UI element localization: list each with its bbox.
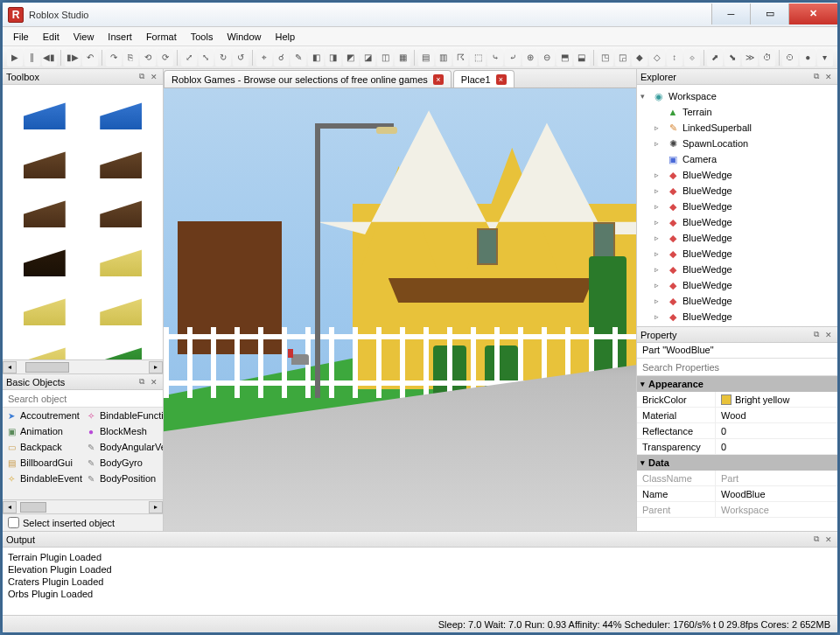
property-row[interactable]: ParentWorkspace (637, 502, 837, 518)
toolbar-button[interactable]: ☌ (274, 49, 290, 66)
toolbar-button[interactable]: ⬚ (470, 49, 486, 66)
basic-object-item[interactable]: ➤Accoutrement (3, 408, 82, 423)
toolbar-button[interactable]: ≫ (742, 49, 758, 66)
toolbar-button[interactable]: ⤷ (487, 49, 503, 66)
toolbar-button[interactable]: ▤ (418, 49, 434, 66)
menu-help[interactable]: Help (269, 29, 303, 45)
toolbar-button[interactable]: ⎘ (123, 49, 139, 66)
basic-object-item[interactable]: ✧BindableFunction (82, 408, 163, 423)
toolbox-item[interactable] (85, 90, 158, 136)
basic-object-item[interactable]: ●BlockMesh (82, 423, 163, 439)
toolbar-button[interactable]: ↶ (82, 49, 98, 66)
property-group-header[interactable]: ▾Data (637, 455, 837, 471)
toolbar-button[interactable]: ⟐ (684, 49, 700, 66)
toolbar-button[interactable]: ▮▶ (65, 49, 80, 66)
tree-node[interactable]: ▹◆BlueWedge (640, 214, 834, 230)
menu-insert[interactable]: Insert (101, 29, 139, 45)
toolbar-button[interactable]: ◇ (649, 49, 665, 66)
toolbox-item[interactable] (85, 139, 158, 185)
property-row[interactable]: NameWoodBlue (637, 486, 837, 502)
tree-node[interactable]: ▹◆BlueWedge (640, 230, 834, 246)
toolbar-button[interactable]: ↻ (215, 49, 231, 66)
basic-object-item[interactable]: ✎BodyAngularVelocity (82, 439, 163, 455)
toolbar-button[interactable]: ◨ (326, 49, 341, 66)
toolbox-item[interactable] (85, 335, 158, 359)
basic-hscroll[interactable]: ◂ ▸ (3, 499, 163, 513)
basic-object-item[interactable]: ✎BodyGyro (82, 455, 163, 471)
scroll-right-icon[interactable]: ▸ (149, 501, 163, 513)
select-inserted-checkbox[interactable] (8, 517, 19, 528)
tree-node[interactable]: ▹◆BlueWedge (640, 167, 834, 183)
toolbar-button[interactable]: ◆ (632, 49, 648, 66)
tree-node[interactable]: ▹✺SpawnLocation (640, 136, 834, 151)
toolbar-button[interactable]: ↺ (233, 49, 248, 66)
toolbar-button[interactable]: ◧ (308, 49, 324, 66)
menu-format[interactable]: Format (139, 29, 184, 45)
tree-node[interactable]: ▹◆BlueWedge (640, 199, 834, 214)
tree-node[interactable]: ▹◆BlueWedge (640, 277, 834, 293)
toolbar-button[interactable]: ⊕ (522, 49, 538, 66)
tree-node[interactable]: ▹◆BlueWedge (640, 293, 834, 309)
scroll-thumb[interactable] (20, 502, 46, 513)
scroll-thumb[interactable] (25, 362, 69, 373)
toolbox-item[interactable] (8, 286, 81, 331)
toolbox-item[interactable] (8, 237, 81, 283)
close-icon[interactable]: ✕ (823, 534, 834, 545)
toolbar-button[interactable]: ⟳ (158, 49, 173, 66)
toolbar-button[interactable]: ◀▮ (42, 49, 58, 66)
basic-object-item[interactable]: ▤BillboardGui (3, 455, 82, 471)
toolbar-button[interactable]: ▾ (817, 49, 833, 66)
toolbox-item[interactable] (85, 237, 158, 283)
menu-tools[interactable]: Tools (184, 29, 220, 45)
menu-view[interactable]: View (66, 29, 102, 45)
basic-search-input[interactable] (3, 390, 163, 408)
toolbar-button[interactable]: ◪ (360, 49, 376, 66)
tree-node[interactable]: ▹◆BlueWedge (640, 246, 834, 262)
undock-icon[interactable]: ⧉ (811, 330, 822, 340)
toolbar-button[interactable]: ⏱ (760, 49, 775, 66)
document-tab[interactable]: Place1× (453, 70, 514, 87)
toolbar-button[interactable]: ⤶ (505, 49, 521, 66)
tree-node[interactable]: ▲Terrain (640, 104, 834, 120)
tab-close-icon[interactable]: × (433, 74, 444, 85)
toolbox-item[interactable] (8, 90, 81, 136)
property-row[interactable]: Transparency0 (637, 439, 837, 455)
toolbar-button[interactable]: ⬊ (724, 49, 740, 66)
tree-node-workspace[interactable]: ▾◉Workspace (640, 88, 834, 104)
close-icon[interactable]: ✕ (149, 377, 159, 387)
property-row[interactable]: BrickColorBright yellow (637, 392, 837, 408)
minimize-button[interactable]: ─ (711, 3, 750, 24)
toolbox-item[interactable] (8, 139, 81, 185)
select-inserted-row[interactable]: Select inserted object (3, 513, 163, 531)
toolbar-button[interactable]: ⌖ (256, 49, 272, 66)
toolbar-button[interactable]: ▥ (436, 49, 452, 66)
property-row[interactable]: ClassNamePart (637, 471, 837, 486)
basic-object-item[interactable]: ✧BindableEvent (3, 471, 82, 486)
property-group-header[interactable]: ▾Appearance (637, 376, 837, 392)
maximize-button[interactable]: ▭ (750, 3, 788, 24)
toolbar-button[interactable]: ◳ (598, 49, 613, 66)
toolbox-hscroll[interactable]: ◂ ▸ (3, 359, 163, 373)
toolbar-button[interactable]: ⊖ (539, 49, 555, 66)
scroll-left-icon[interactable]: ◂ (3, 361, 17, 373)
close-icon[interactable]: ✕ (823, 330, 834, 340)
property-search-input[interactable] (637, 359, 837, 376)
menu-file[interactable]: File (6, 29, 36, 45)
toolbar-button[interactable]: ◫ (377, 49, 393, 66)
toolbar-button[interactable]: ⟲ (140, 49, 156, 66)
close-button[interactable]: ✕ (788, 3, 837, 24)
toolbar-button[interactable]: ⬈ (707, 49, 723, 66)
tree-node[interactable]: ▹◆BlueWedge (640, 309, 834, 324)
toolbox-item[interactable] (85, 286, 158, 331)
scroll-right-icon[interactable]: ▸ (149, 361, 163, 373)
toolbar-button[interactable]: ⬒ (556, 49, 572, 66)
close-icon[interactable]: ✕ (823, 72, 834, 82)
toolbar-button[interactable]: ◲ (615, 49, 631, 66)
menu-edit[interactable]: Edit (36, 29, 66, 45)
toolbar-button[interactable]: ▦ (395, 49, 410, 66)
close-icon[interactable]: ✕ (149, 72, 159, 82)
toolbar-button[interactable]: ✎ (290, 49, 306, 66)
property-row[interactable]: Reflectance0 (637, 423, 837, 439)
toolbar-button[interactable]: ● (800, 49, 816, 66)
toolbar-button[interactable]: ◩ (343, 49, 359, 66)
